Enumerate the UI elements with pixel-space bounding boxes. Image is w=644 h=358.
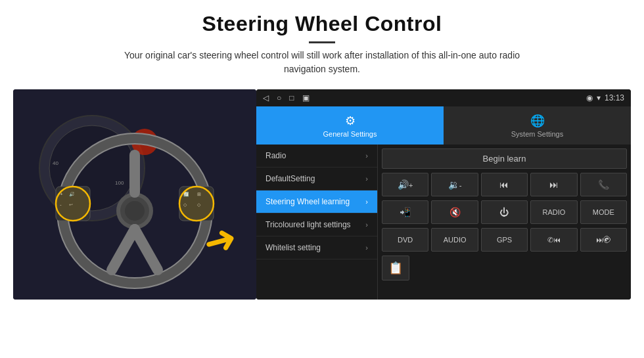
vol-down-icon: 🔉- bbox=[448, 179, 462, 190]
phone-prev-icon: ✆⏮ bbox=[547, 236, 561, 244]
menu-item-whitelist[interactable]: Whitelist setting › bbox=[256, 236, 377, 259]
power-icon: ⏻ bbox=[499, 207, 509, 217]
answer-call-button[interactable]: 📞 bbox=[580, 173, 627, 196]
chevron-icon: › bbox=[365, 198, 368, 206]
phone-prev-button[interactable]: ✆⏮ bbox=[530, 228, 577, 252]
next-track-button[interactable]: ⏭ bbox=[530, 173, 577, 196]
gear-icon: ⚙ bbox=[345, 114, 356, 128]
settings-tabs: ⚙ General Settings 🌐 System Settings bbox=[256, 106, 631, 145]
radio-label: RADIO bbox=[542, 208, 565, 216]
call-button[interactable]: 📲 bbox=[382, 200, 428, 224]
settings-content: Radio › DefaultSetting › Steering Wheel … bbox=[256, 145, 631, 300]
power-button[interactable]: ⏻ bbox=[481, 200, 528, 224]
back-icon[interactable]: ◁ bbox=[263, 93, 269, 102]
svg-text:40: 40 bbox=[53, 160, 58, 166]
phone-next-icon: ⏭✆ bbox=[596, 236, 610, 244]
audio-label: AUDIO bbox=[444, 236, 467, 244]
menu-item-steering[interactable]: Steering Wheel learning › bbox=[256, 190, 377, 213]
svg-text:100: 100 bbox=[115, 180, 124, 186]
clipboard-icon: 📋 bbox=[388, 261, 403, 275]
tab-system[interactable]: 🌐 System Settings bbox=[444, 106, 631, 145]
page-header: Steering Wheel Control Your original car… bbox=[0, 0, 644, 83]
gps-button[interactable]: GPS bbox=[481, 228, 528, 252]
chevron-icon: › bbox=[365, 175, 368, 183]
status-bar: ◁ ○ □ ▣ ◉ ▾ 13:13 bbox=[256, 89, 631, 106]
status-bar-nav: ◁ ○ □ ▣ bbox=[263, 93, 310, 102]
location-icon: ◉ bbox=[586, 93, 593, 102]
time-display: 13:13 bbox=[605, 93, 624, 102]
system-icon: 🌐 bbox=[530, 114, 545, 128]
svg-point-26 bbox=[179, 187, 214, 221]
phone-icon: 📞 bbox=[598, 179, 609, 190]
next-track-icon: ⏭ bbox=[549, 179, 559, 190]
control-row-4: 📋 bbox=[382, 256, 627, 280]
status-bar-info: ◉ ▾ 13:13 bbox=[586, 93, 624, 102]
mode-button[interactable]: MODE bbox=[580, 200, 627, 224]
steering-wheel-image: 0 100 40 + - 🔊 ↩ 🔄 ◇ ⊞ bbox=[13, 89, 256, 300]
prev-track-button[interactable]: ⏮ bbox=[481, 173, 528, 196]
begin-learn-button[interactable]: Begin learn bbox=[382, 148, 627, 169]
recents-icon[interactable]: □ bbox=[289, 93, 294, 102]
svg-point-25 bbox=[56, 187, 90, 221]
prev-track-icon: ⏮ bbox=[499, 179, 509, 190]
page-title: Steering Wheel Control bbox=[13, 12, 631, 36]
vol-down-button[interactable]: 🔉- bbox=[431, 173, 478, 196]
vol-up-button[interactable]: 🔊+ bbox=[382, 173, 428, 196]
audio-button[interactable]: AUDIO bbox=[431, 228, 478, 252]
tab-system-label: System Settings bbox=[511, 130, 563, 138]
tab-general[interactable]: ⚙ General Settings bbox=[256, 106, 444, 145]
call-icon: 📲 bbox=[400, 207, 411, 217]
tab-general-label: General Settings bbox=[323, 130, 377, 138]
extra-control-button[interactable]: 📋 bbox=[382, 256, 409, 280]
menu-item-radio[interactable]: Radio › bbox=[256, 145, 377, 168]
chevron-icon: › bbox=[365, 221, 368, 229]
svg-point-11 bbox=[125, 201, 145, 221]
gps-label: GPS bbox=[497, 236, 512, 244]
mute-icon: 🔇 bbox=[449, 207, 461, 217]
android-ui: ◁ ○ □ ▣ ◉ ▾ 13:13 ⚙ General Settings 🌐 S… bbox=[256, 89, 631, 300]
control-row-1: 🔊+ 🔉- ⏮ ⏭ 📞 bbox=[382, 173, 627, 196]
mode-label: MODE bbox=[593, 208, 614, 216]
dvd-button[interactable]: DVD bbox=[382, 228, 428, 252]
menu-item-tricoloured[interactable]: Tricoloured light settings › bbox=[256, 213, 377, 236]
home-icon[interactable]: ○ bbox=[277, 93, 281, 102]
screenshot-icon[interactable]: ▣ bbox=[302, 93, 310, 102]
begin-learn-row: Begin learn bbox=[382, 148, 627, 169]
menu-item-default[interactable]: DefaultSetting › bbox=[256, 168, 377, 190]
radio-mode-button[interactable]: RADIO bbox=[530, 200, 577, 224]
chevron-icon: › bbox=[365, 244, 368, 252]
settings-menu: Radio › DefaultSetting › Steering Wheel … bbox=[256, 145, 378, 300]
header-description: Your original car's steering wheel contr… bbox=[118, 49, 526, 76]
chevron-icon: › bbox=[365, 152, 368, 160]
wifi-icon: ▾ bbox=[597, 93, 601, 102]
control-row-3: DVD AUDIO GPS ✆⏮ ⏭✆ bbox=[382, 228, 627, 252]
control-row-2: 📲 🔇 ⏻ RADIO MODE bbox=[382, 200, 627, 224]
dvd-label: DVD bbox=[398, 236, 413, 244]
header-divider bbox=[309, 41, 335, 43]
main-content: 0 100 40 + - 🔊 ↩ 🔄 ◇ ⊞ bbox=[13, 89, 631, 300]
mute-button[interactable]: 🔇 bbox=[431, 200, 478, 224]
control-panel: Begin learn 🔊+ 🔉- ⏮ ⏭ bbox=[378, 145, 631, 300]
vol-up-icon: 🔊+ bbox=[398, 179, 413, 190]
phone-next-button[interactable]: ⏭✆ bbox=[580, 228, 627, 252]
